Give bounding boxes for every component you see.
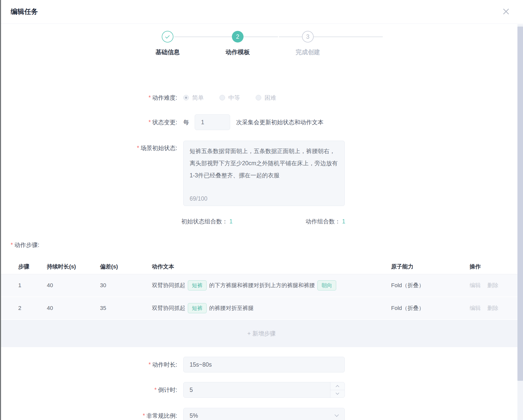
delete-link[interactable]: 删除: [487, 282, 498, 288]
initial-state-textarea-box: 短裤五条数据背面朝上，五条数据正面朝上，裤腰朝右，离头部视野下方至少20cm之外…: [183, 141, 345, 206]
row2-operations: 编辑删除: [470, 304, 523, 312]
combo-counts-row: 初始状态组合数：1 动作组合数：1: [0, 218, 523, 225]
action-steps-label: 动作步骤:: [14, 241, 39, 249]
row1-operations: 编辑删除: [470, 282, 523, 289]
number-spinner: [330, 382, 345, 397]
edit-link[interactable]: 编辑: [470, 305, 481, 311]
select-chevron-down-icon: [335, 414, 338, 417]
unusual-ratio-row: *非常规比例:: [0, 408, 523, 420]
edit-link[interactable]: 编辑: [470, 282, 481, 288]
step-finish-create[interactable]: 3 完成创建: [272, 31, 343, 56]
radio-easy-label: 简单: [192, 94, 204, 102]
countdown-row: *倒计时:: [0, 382, 523, 398]
radio-medium[interactable]: 中等: [219, 94, 240, 102]
object-tag: 短裤: [188, 303, 207, 313]
col-action-text: 动作文本: [152, 263, 391, 270]
unusual-ratio-select[interactable]: [183, 408, 345, 420]
close-icon[interactable]: [502, 8, 510, 15]
step-action-template[interactable]: 2 动作模板: [202, 31, 273, 56]
step-1-check-icon: [162, 31, 173, 43]
row2-step: 2: [18, 305, 47, 311]
col-operations: 操作: [470, 263, 523, 270]
delete-link[interactable]: 删除: [487, 305, 498, 311]
difficulty-radio-group: 简单 中等 困难: [183, 94, 292, 102]
wizard-stepper: 基础信息 2 动作模板 3 完成创建: [156, 31, 367, 64]
initial-state-textarea[interactable]: 短裤五条数据背面朝上，五条数据正面朝上，裤腰朝右，离头部视野下方至少20cm之外…: [184, 141, 345, 189]
countdown-input[interactable]: [183, 382, 345, 398]
radio-hard[interactable]: 困难: [256, 94, 276, 102]
initial-state-label: *场景初始状态:: [0, 144, 177, 152]
step-1-label: 基础信息: [155, 48, 180, 56]
char-counter: 69/100: [190, 195, 207, 202]
spinner-down-button[interactable]: [330, 390, 345, 398]
table-row: 2 40 35 双臂协同抓起 短裤 的裤腰对折至裤腿 Fold（折叠） 编辑删除: [0, 297, 523, 320]
modal-left-edge: [0, 0, 1, 420]
step-3-number: 3: [302, 31, 314, 43]
action-duration-input[interactable]: [183, 357, 345, 372]
difficulty-label: *动作难度:: [0, 94, 177, 102]
state-change-input[interactable]: [195, 114, 230, 130]
row1-ability: Fold（折叠）: [391, 282, 470, 289]
row1-action-text: 双臂协同抓起 短裤 的下方裤腿和裤腰对折到上方的裤腿和裤腰 朝向: [152, 280, 391, 290]
state-change-prefix: 每: [183, 118, 189, 126]
table-row: 1 40 30 双臂协同抓起 短裤 的下方裤腿和裤腰对折到上方的裤腿和裤腰 朝向…: [0, 274, 523, 297]
col-deviation: 偏差(s): [100, 263, 152, 270]
initial-combo-count: 初始状态组合数：1: [181, 218, 233, 225]
radio-easy-circle[interactable]: [183, 95, 189, 100]
unusual-ratio-value[interactable]: [183, 408, 345, 420]
dialog-title: 编辑任务: [11, 7, 38, 16]
step-2-number: 2: [232, 31, 244, 43]
table-header-row: 步骤 持续时长(s) 偏差(s) 动作文本 原子能力 操作: [0, 259, 523, 274]
action-duration-label: *动作时长:: [0, 361, 177, 369]
radio-easy[interactable]: 简单: [183, 94, 204, 102]
radio-medium-circle[interactable]: [219, 95, 225, 100]
radio-medium-label: 中等: [228, 94, 240, 102]
action-combo-value: 1: [342, 218, 345, 225]
chevron-down-icon: [336, 391, 339, 395]
col-step: 步骤: [18, 263, 47, 270]
row2-deviation: 35: [100, 305, 152, 311]
action-combo-count: 动作组合数：1: [306, 218, 345, 225]
row2-duration: 40: [47, 305, 100, 311]
required-mark: *: [149, 94, 151, 101]
state-change-suffix: 次采集会更新初始状态和动作文本: [236, 118, 324, 126]
row2-action-text: 双臂协同抓起 短裤 的裤腰对折至裤腿: [152, 303, 391, 313]
state-change-row: *状态变更: 每 次采集会更新初始状态和动作文本: [0, 114, 523, 130]
object-tag: 短裤: [188, 280, 207, 290]
orientation-tag: 朝向: [317, 280, 336, 290]
difficulty-row: *动作难度: 简单 中等 困难: [0, 92, 523, 103]
step-2-label: 动作模板: [226, 48, 250, 56]
unusual-ratio-label: *非常规比例:: [0, 412, 177, 420]
row1-step: 1: [18, 282, 47, 289]
spinner-up-button[interactable]: [330, 382, 345, 390]
step-3-label: 完成创建: [296, 48, 320, 56]
radio-hard-label: 困难: [265, 94, 276, 102]
add-step-button[interactable]: + 新增步骤: [0, 320, 523, 347]
col-atomic-ability: 原子能力: [391, 263, 470, 270]
action-steps-table: 步骤 持续时长(s) 偏差(s) 动作文本 原子能力 操作 1 40 30 双臂…: [0, 259, 523, 347]
countdown-label: *倒计时:: [0, 386, 177, 394]
col-duration: 持续时长(s): [47, 263, 100, 270]
row2-ability: Fold（折叠）: [391, 304, 470, 312]
row1-duration: 40: [47, 282, 100, 289]
dialog-header: 编辑任务: [0, 0, 523, 24]
row1-deviation: 30: [100, 282, 152, 289]
state-change-label: *状态变更:: [0, 118, 177, 126]
action-duration-row: *动作时长:: [0, 357, 523, 372]
chevron-up-icon: [336, 385, 339, 389]
scrollbar-thumb[interactable]: [517, 27, 523, 381]
vertical-scrollbar[interactable]: [517, 24, 523, 420]
radio-hard-circle[interactable]: [256, 95, 261, 100]
initial-state-row: *场景初始状态: 短裤五条数据背面朝上，五条数据正面朝上，裤腰朝右，离头部视野下…: [0, 141, 523, 206]
action-steps-label-row: * 动作步骤:: [11, 241, 523, 249]
initial-combo-value: 1: [229, 218, 233, 225]
step-basic-info[interactable]: 基础信息: [132, 31, 203, 56]
